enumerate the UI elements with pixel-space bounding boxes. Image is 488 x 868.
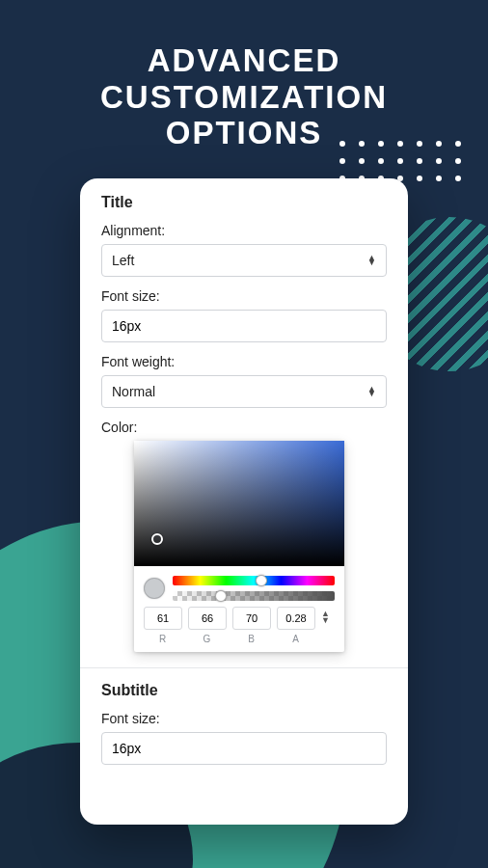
color-mode-toggle[interactable]: ▲▼ [321, 610, 335, 624]
color-label: Color: [101, 420, 387, 435]
alignment-value: Left [112, 253, 134, 268]
color-a-label: A [277, 634, 315, 644]
fontweight-label: Font weight: [101, 354, 387, 369]
alignment-label: Alignment: [101, 223, 387, 238]
select-arrows-icon: ▲▼ [367, 387, 376, 396]
fontsize-input-wrap[interactable] [101, 310, 387, 342]
saturation-value-area[interactable] [134, 441, 344, 566]
color-a-input[interactable] [277, 607, 315, 630]
select-arrows-icon: ▲▼ [367, 256, 376, 265]
subtitle-fontsize-input[interactable] [112, 741, 376, 756]
heading-line: CUSTOMIZATION [0, 79, 488, 116]
fontweight-value: Normal [112, 384, 155, 399]
color-picker: R G B A ▲▼ [134, 441, 344, 652]
heading-line: OPTIONS [0, 115, 488, 151]
color-b-input[interactable] [232, 607, 271, 630]
fontweight-select[interactable]: Normal ▲▼ [101, 375, 387, 408]
section-divider [80, 667, 408, 668]
section-heading-subtitle: Subtitle [101, 682, 387, 699]
heading-line: ADVANCED [0, 42, 488, 79]
subtitle-fontsize-label: Font size: [101, 711, 387, 726]
color-b-label: B [232, 634, 271, 644]
alignment-select[interactable]: Left ▲▼ [101, 244, 387, 277]
fontsize-label: Font size: [101, 288, 387, 304]
hue-thumb[interactable] [256, 575, 267, 586]
page-heading: ADVANCED CUSTOMIZATION OPTIONS [0, 42, 488, 151]
settings-card: Title Alignment: Left ▲▼ Font size: Font… [80, 178, 408, 825]
color-r-input[interactable] [144, 607, 182, 630]
alpha-slider[interactable] [173, 591, 335, 601]
alpha-thumb[interactable] [215, 590, 227, 602]
section-heading-title: Title [101, 194, 387, 211]
sv-cursor[interactable] [151, 533, 163, 545]
color-r-label: R [144, 634, 182, 644]
color-swatch [144, 578, 165, 599]
hue-slider[interactable] [173, 576, 335, 585]
subtitle-fontsize-input-wrap[interactable] [101, 732, 387, 765]
color-g-label: G [188, 634, 227, 644]
fontsize-input[interactable] [112, 318, 376, 334]
color-g-input[interactable] [188, 607, 227, 630]
